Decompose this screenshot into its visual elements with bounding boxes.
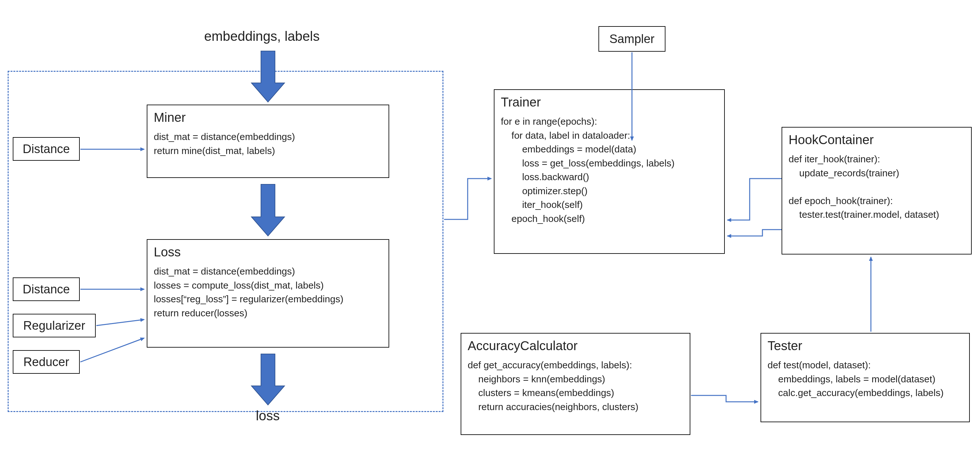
arrow-epochhook-hook [727,230,781,236]
distance-box-1: Distance [13,137,80,161]
loss-box: Loss dist_mat = distance(embeddings) los… [147,239,389,347]
reducer-box: Reducer [13,350,80,374]
thick-arrow-loss-output [251,354,285,405]
miner-title: Miner [154,110,382,125]
arrow-pipeline-trainer [444,179,491,219]
sampler-box: Sampler [598,26,665,52]
diagram-canvas: embeddings, labels Miner dist_mat = dist… [0,0,980,449]
accuracycalculator-title: AccuracyCalculator [468,339,683,353]
tester-title: Tester [768,339,963,353]
thick-arrow-input-miner [251,51,285,102]
thick-arrow-miner-loss [251,184,285,236]
regularizer-box: Regularizer [13,314,96,337]
miner-body: dist_mat = distance(embeddings) return m… [154,130,382,157]
trainer-title: Trainer [501,95,718,109]
svg-marker-2 [251,354,285,405]
trainer-box: Trainer for e in range(epochs): for data… [494,89,725,254]
loss-title: Loss [154,245,382,259]
arrow-reducer-loss [80,338,144,362]
miner-box: Miner dist_mat = distance(embeddings) re… [147,105,389,178]
arrow-iterhook-hook [727,179,781,220]
svg-marker-1 [251,184,285,236]
arrow-accuracy-tester [691,395,758,402]
accuracycalculator-body: def get_accuracy(embeddings, labels): ne… [468,358,683,414]
hookcontainer-body: def iter_hook(trainer): update_records(t… [789,152,965,222]
arrow-regularizer-loss [96,319,144,325]
trainer-body: for e in range(epochs): for data, label … [501,114,718,225]
input-label: embeddings, labels [204,29,320,44]
hookcontainer-box: HookContainer def iter_hook(trainer): up… [781,127,972,254]
loss-output-label: loss [256,408,280,424]
distance-box-2: Distance [13,278,80,301]
hookcontainer-title: HookContainer [789,133,965,147]
tester-body: def test(model, dataset): embeddings, la… [768,358,963,400]
tester-box: Tester def test(model, dataset): embeddi… [760,333,970,422]
loss-body: dist_mat = distance(embeddings) losses =… [154,264,382,320]
svg-marker-0 [251,51,285,102]
accuracycalculator-box: AccuracyCalculator def get_accuracy(embe… [461,333,690,435]
